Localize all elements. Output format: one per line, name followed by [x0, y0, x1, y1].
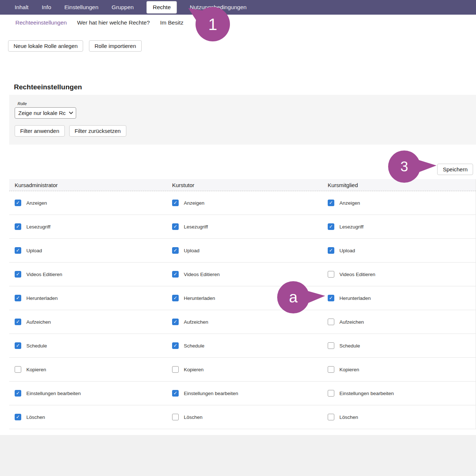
- permission-checkbox[interactable]: ✓: [328, 223, 334, 230]
- subnav-item-rechteeinstellungen[interactable]: Rechteeinstellungen: [15, 19, 67, 26]
- table-row-lesezugriff: ✓Lesezugriff✓Lesezugriff✓Lesezugriff: [9, 215, 476, 239]
- permission-cell: ✓Videos Editieren: [172, 271, 328, 278]
- permission-checkbox[interactable]: ✓: [172, 223, 179, 230]
- table-header-row: KursadministratorKurstutorKursmitglied: [9, 179, 476, 191]
- table-row-anzeigen: ✓Anzeigen✓Anzeigen✓Anzeigen: [9, 191, 476, 215]
- permission-checkbox[interactable]: ✓: [328, 247, 334, 254]
- table-row-herunterladen: ✓Herunterladen✓Herunterladen✓Herunterlad…: [9, 286, 476, 310]
- permission-label: Videos Editieren: [26, 272, 62, 277]
- table-row-upload: ✓Upload✓Upload✓Upload: [9, 239, 476, 263]
- permission-cell: ✓Lesezugriff: [15, 223, 172, 230]
- permission-cell: Einstellungen bearbeiten: [328, 390, 476, 397]
- permission-checkbox[interactable]: [328, 390, 334, 397]
- role-select[interactable]: Zeige nur lokale Rc: [15, 107, 76, 119]
- permission-cell: Kopieren: [328, 366, 476, 373]
- permission-cell: Kopieren: [172, 366, 328, 373]
- permissions-table: KursadministratorKurstutorKursmitglied ✓…: [9, 179, 476, 429]
- save-row: Speichern: [0, 164, 473, 175]
- permission-cell: ✓Aufzeichen: [15, 319, 172, 325]
- permission-label: Schedule: [184, 343, 204, 349]
- permission-label: Anzeigen: [26, 200, 47, 206]
- permission-cell: Löschen: [172, 414, 328, 420]
- permission-label: Herunterladen: [26, 295, 58, 301]
- permission-checkbox[interactable]: ✓: [15, 200, 21, 206]
- permission-cell: ✓Löschen: [15, 414, 172, 420]
- chevron-down-icon: [69, 110, 73, 114]
- permission-checkbox[interactable]: ✓: [15, 390, 21, 397]
- nav-tab-einstellungen[interactable]: Einstellungen: [64, 4, 98, 11]
- permission-checkbox[interactable]: ✓: [172, 319, 179, 325]
- permission-checkbox[interactable]: ✓: [172, 271, 179, 278]
- new-local-role-button[interactable]: Neue lokale Rolle anlegen: [8, 40, 83, 52]
- permission-label: Upload: [184, 248, 200, 253]
- import-role-button[interactable]: Rolle importieren: [89, 40, 141, 52]
- permission-checkbox[interactable]: [172, 414, 179, 420]
- filter-buttons: Filter anwenden Filter zurücksetzen: [15, 125, 476, 137]
- table-row-löschen: ✓LöschenLöschenLöschen: [9, 405, 476, 429]
- table-row-schedule: ✓Schedule✓ScheduleSchedule: [9, 334, 476, 358]
- permission-label: Herunterladen: [339, 295, 371, 301]
- permission-checkbox[interactable]: ✓: [15, 295, 21, 301]
- nav-tab-info[interactable]: Info: [42, 4, 51, 11]
- permission-label: Lesezugriff: [184, 224, 208, 230]
- filter-apply-button[interactable]: Filter anwenden: [15, 125, 65, 137]
- permission-label: Videos Editieren: [184, 272, 220, 277]
- permission-cell: ✓Upload: [172, 247, 328, 254]
- permission-checkbox[interactable]: ✓: [172, 247, 179, 254]
- permission-checkbox[interactable]: ✓: [172, 200, 179, 206]
- permission-checkbox[interactable]: [328, 319, 334, 325]
- permission-cell: ✓Schedule: [15, 342, 172, 349]
- permission-label: Einstellungen bearbeiten: [184, 391, 238, 396]
- permission-label: Löschen: [184, 414, 202, 420]
- filter-reset-button[interactable]: Filter zurücksetzen: [69, 125, 126, 137]
- filter-panel: Rolle Zeige nur lokale Rc Filter anwende…: [9, 95, 476, 145]
- nav-tab-gruppen[interactable]: Gruppen: [112, 4, 134, 11]
- permission-label: Aufzeichen: [339, 319, 364, 325]
- permission-label: Schedule: [339, 343, 360, 349]
- permission-checkbox[interactable]: [15, 366, 21, 373]
- nav-tab-inhalt[interactable]: Inhalt: [15, 4, 29, 11]
- permission-checkbox[interactable]: [328, 366, 334, 373]
- permission-cell: Löschen: [328, 414, 476, 420]
- permission-cell: ✓Einstellungen bearbeiten: [172, 390, 328, 397]
- table-row-videos-editieren: ✓Videos Editieren✓Videos EditierenVideos…: [9, 263, 476, 286]
- permission-checkbox[interactable]: [328, 414, 334, 420]
- permission-checkbox[interactable]: ✓: [172, 295, 179, 301]
- permission-checkbox[interactable]: ✓: [328, 200, 334, 206]
- permission-label: Einstellungen bearbeiten: [26, 391, 81, 396]
- permission-checkbox[interactable]: ✓: [15, 247, 21, 254]
- table-row-kopieren: KopierenKopierenKopieren: [9, 358, 476, 382]
- top-navbar: InhaltInfoEinstellungenGruppenRechteNutz…: [0, 0, 476, 15]
- subnav-item-im-besitz[interactable]: Im Besitz: [160, 19, 183, 26]
- nav-tab-rechte[interactable]: Rechte: [147, 1, 176, 13]
- permission-checkbox[interactable]: ✓: [15, 271, 21, 278]
- permission-label: Upload: [339, 248, 355, 253]
- permission-label: Lesezugriff: [26, 224, 51, 230]
- permission-cell: ✓Lesezugriff: [172, 223, 328, 230]
- permission-label: Anzeigen: [184, 200, 204, 206]
- permission-label: Schedule: [26, 343, 47, 349]
- permission-checkbox[interactable]: ✓: [172, 342, 179, 349]
- permission-checkbox[interactable]: ✓: [15, 414, 21, 420]
- permission-label: Kopieren: [339, 367, 359, 372]
- column-header-kursmitglied: Kursmitglied: [328, 182, 476, 188]
- permission-checkbox[interactable]: [328, 342, 334, 349]
- permission-checkbox[interactable]: ✓: [15, 319, 21, 325]
- role-select-value: Zeige nur lokale Rc: [18, 110, 66, 116]
- save-button[interactable]: Speichern: [437, 164, 473, 175]
- permission-checkbox[interactable]: ✓: [172, 390, 179, 397]
- permission-cell: ✓Aufzeichen: [172, 319, 328, 325]
- permission-label: Lesezugriff: [339, 224, 364, 230]
- permission-checkbox[interactable]: [328, 271, 334, 278]
- permission-checkbox[interactable]: [172, 366, 179, 373]
- permission-cell: ✓Herunterladen: [172, 295, 328, 301]
- nav-tab-nutzungsbedingungen[interactable]: Nutzungsbedingungen: [190, 4, 246, 11]
- permission-checkbox[interactable]: ✓: [15, 342, 21, 349]
- permission-cell: ✓Einstellungen bearbeiten: [15, 390, 172, 397]
- permission-checkbox[interactable]: ✓: [328, 295, 334, 301]
- permission-label: Videos Editieren: [339, 272, 375, 277]
- role-action-row: Neue lokale Rolle anlegen Rolle importie…: [8, 40, 476, 52]
- subnav-item-wer-hat-hier-welche-rechte-[interactable]: Wer hat hier welche Rechte?: [77, 19, 150, 26]
- permission-checkbox[interactable]: ✓: [15, 223, 21, 230]
- permission-cell: ✓Anzeigen: [328, 200, 476, 206]
